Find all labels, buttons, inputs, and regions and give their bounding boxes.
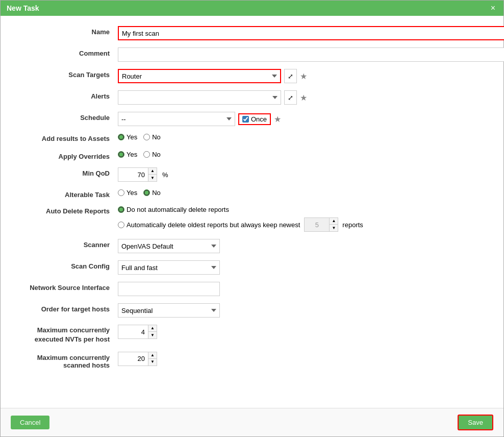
- add-results-no-text: No: [152, 133, 161, 141]
- name-row: Name: [16, 26, 488, 40]
- min-qod-content: ▲ ▼ %: [118, 167, 488, 182]
- apply-overrides-no-label[interactable]: No: [143, 151, 161, 158]
- name-input[interactable]: [118, 26, 504, 40]
- network-source-content: [118, 282, 488, 296]
- max-hosts-spinner: ▲ ▼: [118, 352, 157, 366]
- close-button[interactable]: ×: [489, 4, 497, 13]
- auto-delete-count-spinner: ▲ ▼: [304, 217, 338, 232]
- alterable-task-radio-group: Yes No: [118, 189, 161, 197]
- new-window-icon: ⤢: [288, 72, 293, 80]
- new-window-icon-alerts: ⤢: [288, 94, 293, 102]
- add-results-no-label[interactable]: No: [143, 133, 161, 141]
- auto-delete-no-text: Do not automatically delete reports: [127, 206, 229, 213]
- max-hosts-input[interactable]: [118, 352, 148, 366]
- add-results-no-radio[interactable]: [143, 134, 150, 140]
- auto-delete-row: Auto Delete Reports Do not automatically…: [16, 206, 488, 232]
- alterable-yes-text: Yes: [127, 189, 137, 197]
- schedule-row: Schedule -- Once ★: [16, 112, 488, 126]
- scan-config-row: Scan Config Full and fast: [16, 260, 488, 275]
- cancel-button[interactable]: Cancel: [11, 416, 49, 429]
- min-qod-up-btn[interactable]: ▲: [148, 168, 157, 175]
- comment-content: [118, 47, 504, 62]
- apply-overrides-content: Yes No: [118, 151, 488, 158]
- order-label: Order for target hosts: [16, 303, 118, 313]
- apply-overrides-yes-label[interactable]: Yes: [118, 151, 137, 158]
- alerts-new-button[interactable]: ⤢: [284, 90, 297, 105]
- apply-overrides-no-radio[interactable]: [143, 151, 150, 158]
- name-label: Name: [16, 26, 118, 36]
- alerts-label: Alerts: [16, 90, 118, 100]
- schedule-content: -- Once ★: [118, 112, 488, 126]
- auto-delete-count-spinner-btns: ▲ ▼: [330, 217, 338, 232]
- max-hosts-spinner-btns: ▲ ▼: [148, 352, 157, 366]
- apply-overrides-no-text: No: [152, 151, 161, 158]
- order-content: Sequential Random Reverse: [118, 303, 488, 318]
- dialog-body: Name Comment Scan Targets Router ⤢ ★: [1, 16, 503, 408]
- apply-overrides-radio-group: Yes No: [118, 151, 161, 158]
- auto-delete-yes-label[interactable]: Automatically delete oldest reports but …: [118, 221, 300, 229]
- once-checkbox[interactable]: [242, 116, 249, 123]
- network-source-input[interactable]: [118, 282, 220, 296]
- network-source-row: Network Source Interface: [16, 282, 488, 296]
- alterable-yes-label[interactable]: Yes: [118, 189, 137, 197]
- alterable-no-label[interactable]: No: [143, 189, 161, 197]
- scanner-row: Scanner OpenVAS Default: [16, 239, 488, 253]
- scan-targets-star-icon[interactable]: ★: [300, 71, 307, 81]
- min-qod-label: Min QoD: [16, 167, 118, 177]
- min-qod-input[interactable]: [118, 167, 148, 182]
- add-results-radio-group: Yes No: [118, 133, 161, 141]
- max-hosts-row: Maximum concurrently scanned hosts ▲ ▼: [16, 352, 488, 369]
- add-results-yes-radio[interactable]: [118, 134, 124, 140]
- alerts-select[interactable]: [118, 90, 281, 105]
- auto-delete-up-btn[interactable]: ▲: [330, 218, 338, 225]
- save-button[interactable]: Save: [458, 415, 493, 430]
- scan-targets-content: Router ⤢ ★: [118, 69, 488, 83]
- comment-label: Comment: [16, 47, 118, 57]
- apply-overrides-yes-radio[interactable]: [118, 151, 124, 158]
- auto-delete-no-label[interactable]: Do not automatically delete reports: [118, 206, 229, 213]
- order-select[interactable]: Sequential Random Reverse: [118, 303, 220, 318]
- max-nvts-down-btn[interactable]: ▼: [148, 332, 157, 338]
- dialog-titlebar: New Task ×: [1, 1, 503, 16]
- scan-config-select[interactable]: Full and fast: [118, 260, 220, 275]
- auto-delete-down-btn[interactable]: ▼: [330, 225, 338, 231]
- once-box: Once: [238, 113, 271, 125]
- alerts-content: ⤢ ★: [118, 90, 488, 105]
- dialog-title: New Task: [7, 4, 39, 12]
- auto-delete-group: Do not automatically delete reports Auto…: [118, 206, 363, 232]
- comment-input[interactable]: [118, 47, 504, 62]
- min-qod-row: Min QoD ▲ ▼ %: [16, 167, 488, 182]
- scanner-label: Scanner: [16, 239, 118, 249]
- auto-delete-yes-radio[interactable]: [118, 222, 124, 228]
- add-results-row: Add results to Assets Yes No: [16, 133, 488, 143]
- max-hosts-content: ▲ ▼: [118, 352, 488, 366]
- alterable-no-radio[interactable]: [143, 189, 150, 196]
- alterable-task-content: Yes No: [118, 189, 488, 197]
- max-nvts-row: Maximum concurrently executed NVTs per h…: [16, 325, 488, 344]
- alerts-star-icon[interactable]: ★: [300, 93, 307, 103]
- reports-label: reports: [342, 221, 363, 229]
- max-nvts-input[interactable]: [118, 325, 148, 339]
- new-task-dialog: New Task × Name Comment Scan Targets Rou…: [0, 0, 504, 437]
- once-label[interactable]: Once: [251, 115, 267, 123]
- max-hosts-up-btn[interactable]: ▲: [148, 352, 157, 359]
- auto-delete-no-radio[interactable]: [118, 206, 124, 213]
- alterable-yes-radio[interactable]: [118, 189, 124, 196]
- add-results-content: Yes No: [118, 133, 488, 141]
- scan-targets-new-button[interactable]: ⤢: [284, 69, 297, 83]
- max-hosts-down-btn[interactable]: ▼: [148, 359, 157, 366]
- min-qod-down-btn[interactable]: ▼: [148, 175, 157, 181]
- auto-delete-count-input[interactable]: [304, 217, 330, 232]
- dialog-footer: Cancel Save: [1, 408, 503, 436]
- alterable-task-row: Alterable Task Yes No: [16, 189, 488, 199]
- scan-targets-label: Scan Targets: [16, 69, 118, 79]
- alterable-no-text: No: [152, 189, 161, 197]
- scanner-select[interactable]: OpenVAS Default: [118, 239, 220, 253]
- schedule-select[interactable]: --: [118, 112, 235, 126]
- scan-targets-select[interactable]: Router: [118, 69, 281, 83]
- max-nvts-up-btn[interactable]: ▲: [148, 325, 157, 332]
- schedule-star-icon[interactable]: ★: [274, 114, 281, 124]
- scan-config-content: Full and fast: [118, 260, 488, 275]
- add-results-yes-label[interactable]: Yes: [118, 133, 137, 141]
- scanner-content: OpenVAS Default: [118, 239, 488, 253]
